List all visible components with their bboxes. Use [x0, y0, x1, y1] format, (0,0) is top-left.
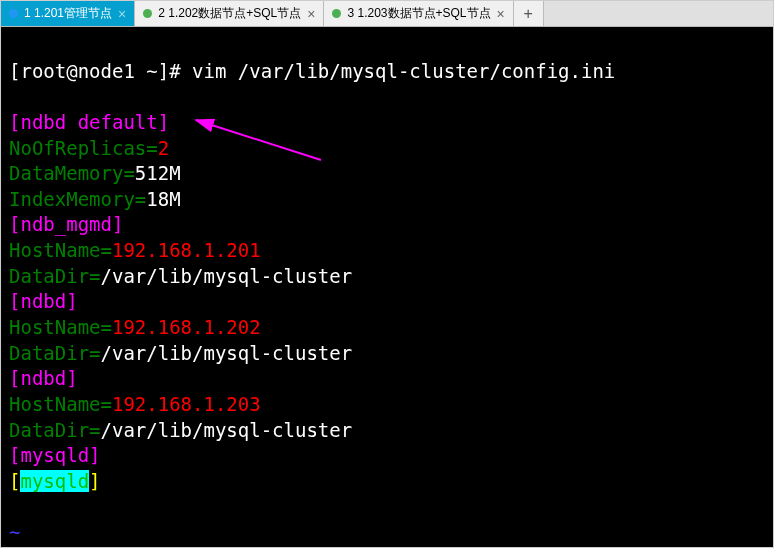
shell-prompt: [root@node1 ~]#: [9, 60, 192, 82]
config-key: DataDir=: [9, 265, 101, 287]
status-dot-icon: [9, 9, 18, 18]
config-key: IndexMemory=: [9, 188, 146, 210]
cursor-line-bracket: ]: [89, 470, 100, 492]
tab-bar: 1 1.201管理节点 × 2 1.202数据节点+SQL节点 × 3 1.20…: [1, 1, 773, 27]
config-key: DataMemory=: [9, 162, 135, 184]
tab-label: 2 1.202数据节点+SQL节点: [158, 5, 301, 22]
config-value: 18M: [146, 188, 180, 210]
tab-1[interactable]: 1 1.201管理节点 ×: [1, 1, 135, 26]
terminal[interactable]: [root@node1 ~]# vim /var/lib/mysql-clust…: [1, 27, 773, 548]
config-value: 2: [158, 137, 169, 159]
tab-3[interactable]: 3 1.203数据节点+SQL节点 ×: [324, 1, 513, 26]
close-icon[interactable]: ×: [307, 6, 315, 22]
config-value: /var/lib/mysql-cluster: [101, 342, 353, 364]
tab-label: 3 1.203数据节点+SQL节点: [347, 5, 490, 22]
section-header: [mysqld]: [9, 444, 101, 466]
tab-label: 1 1.201管理节点: [24, 5, 112, 22]
cursor-line-bracket: [: [9, 470, 20, 492]
section-header: [ndb_mgmd]: [9, 213, 123, 235]
config-value: 192.168.1.201: [112, 239, 261, 261]
empty-line-tilde: ~: [9, 521, 20, 543]
close-icon[interactable]: ×: [497, 6, 505, 22]
config-key: DataDir=: [9, 342, 101, 364]
section-header: [ndbd]: [9, 290, 78, 312]
arrow-annotation-icon: [191, 115, 341, 175]
close-icon[interactable]: ×: [118, 6, 126, 22]
status-dot-icon: [332, 9, 341, 18]
tab-2[interactable]: 2 1.202数据节点+SQL节点 ×: [135, 1, 324, 26]
status-dot-icon: [143, 9, 152, 18]
config-key: DataDir=: [9, 419, 101, 441]
cursor-text: mysqld: [20, 470, 89, 492]
section-header: [ndbd default]: [9, 111, 169, 133]
config-key: HostName=: [9, 393, 112, 415]
config-value: 512M: [135, 162, 181, 184]
svg-line-1: [196, 120, 321, 160]
config-value: 192.168.1.202: [112, 316, 261, 338]
new-tab-button[interactable]: +: [514, 1, 544, 26]
shell-command: vim /var/lib/mysql-cluster/config.ini: [192, 60, 615, 82]
config-key: HostName=: [9, 239, 112, 261]
config-key: HostName=: [9, 316, 112, 338]
config-value: 192.168.1.203: [112, 393, 261, 415]
config-value: /var/lib/mysql-cluster: [101, 265, 353, 287]
section-header: [ndbd]: [9, 367, 78, 389]
config-value: /var/lib/mysql-cluster: [101, 419, 353, 441]
config-key: NoOfReplicas=: [9, 137, 158, 159]
